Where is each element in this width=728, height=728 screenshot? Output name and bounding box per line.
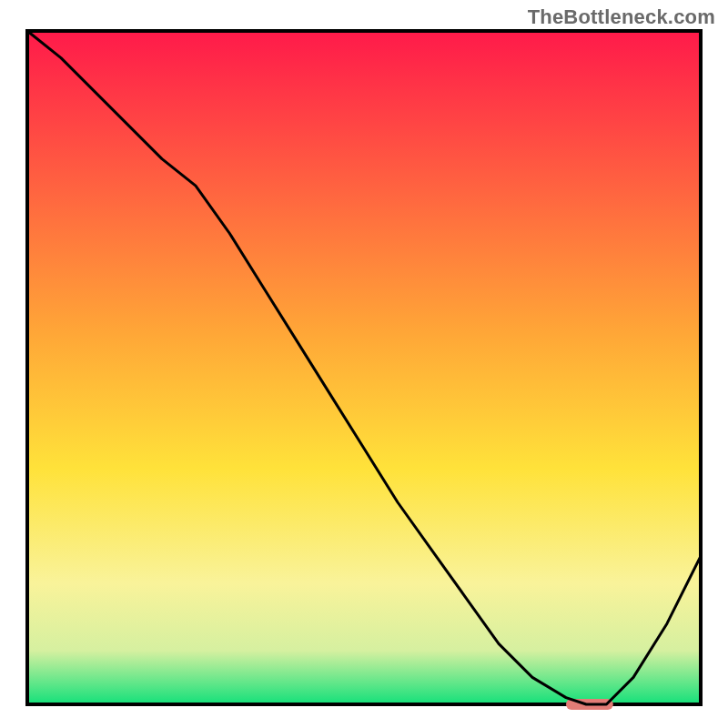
chart-container: TheBottleneck.com [0,0,728,728]
bottleneck-chart [0,0,728,728]
plot-background [27,31,701,704]
attribution-label: TheBottleneck.com [528,5,715,29]
